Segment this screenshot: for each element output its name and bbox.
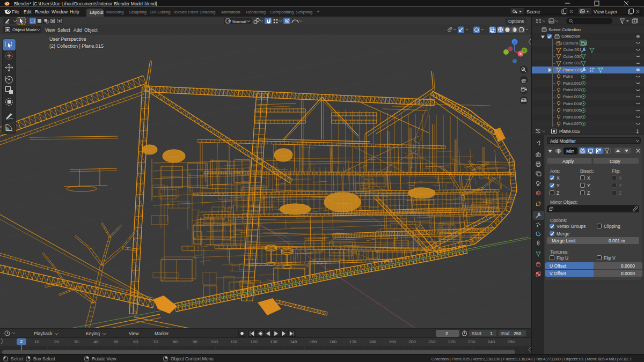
svg-text:Y: Y [523, 48, 525, 53]
svg-text:X: X [519, 51, 522, 56]
svg-text:Z: Z [514, 40, 516, 45]
